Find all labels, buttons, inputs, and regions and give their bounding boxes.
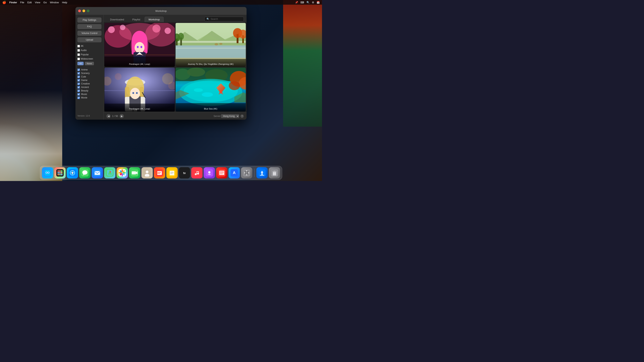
dock-contacts[interactable]: [142, 167, 153, 179]
svg-rect-160: [260, 175, 264, 176]
svg-rect-140: [198, 171, 199, 174]
checkbox-beauty[interactable]: [78, 90, 80, 92]
tab-playlist[interactable]: Playlist: [128, 17, 144, 22]
svg-point-6: [152, 24, 160, 33]
svg-point-71: [229, 81, 240, 90]
label-music: Music: [81, 93, 87, 96]
svg-point-154: [246, 170, 247, 172]
dock-news[interactable]: [216, 167, 228, 179]
prev-page-button[interactable]: ◀: [106, 114, 111, 118]
close-button[interactable]: [78, 9, 81, 12]
checkbox-audio[interactable]: [78, 49, 80, 52]
category-checkboxes: Anime Scenery Cute Game Creative: [78, 68, 102, 99]
checkbox-4k[interactable]: [78, 45, 80, 47]
dock-safari[interactable]: [67, 167, 78, 179]
checkbox-ancient[interactable]: [78, 86, 80, 89]
all-button[interactable]: All: [78, 62, 84, 65]
svg-point-68: [202, 92, 213, 97]
dock-facetime[interactable]: [129, 167, 140, 179]
titlebar: Workshop: [76, 7, 246, 15]
dock-finder[interactable]: [42, 167, 53, 179]
checkbox-anime[interactable]: [78, 69, 80, 71]
wallpaper-item-1[interactable]: Pendragon (4K, Loop): [104, 23, 175, 67]
help-button[interactable]: ?: [240, 114, 244, 118]
upload-button[interactable]: Upload: [78, 37, 102, 42]
checkbox-game[interactable]: [78, 79, 80, 82]
label-game: Game: [81, 79, 88, 82]
wallpaper-item-4[interactable]: Blue Sea (4K): [176, 68, 246, 112]
checkbox-popular[interactable]: [78, 53, 80, 56]
menubar-window[interactable]: Window: [50, 1, 59, 4]
menubar-help[interactable]: Help: [62, 1, 67, 4]
wallpaper-grid: Pendragon (4K, Loop): [104, 22, 246, 112]
menubar-edit[interactable]: Edit: [28, 1, 32, 4]
filter-scenery[interactable]: Scenery: [78, 72, 102, 75]
maximize-button[interactable]: [87, 9, 90, 12]
filter-creative[interactable]: Creative: [78, 82, 102, 85]
server-select[interactable]: Hong Kong US West Europe: [221, 114, 239, 118]
apple-menu[interactable]: 🍎: [2, 0, 6, 4]
bg-decoration-right: [283, 0, 322, 127]
dock-photos[interactable]: [117, 167, 128, 179]
minimize-button[interactable]: [82, 9, 85, 12]
checkbox-creative[interactable]: [78, 83, 80, 85]
tab-downloaded[interactable]: Downloaded: [106, 17, 128, 22]
dock-reminders[interactable]: [154, 167, 165, 179]
dock-downloads[interactable]: [256, 167, 268, 179]
dock-music[interactable]: [191, 167, 202, 179]
filter-beauty[interactable]: Beauty: [78, 89, 102, 92]
label-ancient: Ancient: [81, 86, 89, 89]
svg-rect-129: [170, 171, 174, 175]
svg-point-90: [61, 174, 62, 175]
dock-appstore[interactable]: A: [229, 167, 240, 179]
dock-tv[interactable]: tv: [179, 167, 190, 179]
filter-cute[interactable]: Cute: [78, 75, 102, 78]
checkbox-scenery[interactable]: [78, 72, 80, 75]
keyboard-icon: ⌨: [300, 1, 304, 4]
wallpaper-label-2: Journey To Shu, Qiu Ying&Wen Zhengming (…: [176, 59, 246, 67]
menubar-app-name[interactable]: Finder: [9, 1, 17, 4]
dock-mail[interactable]: [92, 167, 103, 179]
volume-control-button[interactable]: Volume Control: [78, 31, 102, 36]
wallpaper-item-2[interactable]: Journey To Shu, Qiu Ying&Wen Zhengming (…: [176, 23, 246, 67]
checkbox-widescreen[interactable]: [78, 58, 80, 60]
wallpaper-item-3[interactable]: Pendragon (4K, Loop): [104, 68, 175, 112]
checkbox-cute[interactable]: [78, 76, 80, 78]
dock-launchpad[interactable]: [54, 167, 66, 179]
svg-point-83: [59, 170, 61, 172]
dock-system-preferences[interactable]: [241, 167, 252, 179]
tab-workshop[interactable]: Workshop: [145, 17, 163, 22]
menubar-file[interactable]: File: [20, 1, 24, 4]
filter-anime[interactable]: Anime: [78, 68, 102, 71]
control-center-icon[interactable]: ⚙: [312, 1, 314, 4]
filter-movie[interactable]: Movie: [78, 96, 102, 99]
dock-maps[interactable]: [104, 167, 116, 179]
none-button[interactable]: None: [85, 62, 94, 65]
next-page-button[interactable]: ▶: [120, 114, 124, 118]
dock-trash[interactable]: [269, 167, 280, 179]
search-icon[interactable]: 🔍: [306, 1, 310, 4]
menubar-view[interactable]: View: [35, 1, 40, 4]
checkbox-movie[interactable]: [78, 97, 80, 99]
play-settings-button[interactable]: Play Settings: [78, 17, 102, 22]
svg-rect-139: [196, 171, 197, 175]
dock-messages[interactable]: [79, 167, 90, 179]
svg-point-87: [61, 172, 62, 174]
search-input[interactable]: [210, 18, 242, 20]
svg-point-40: [115, 73, 122, 80]
filter-music[interactable]: Music: [78, 93, 102, 96]
filter-audio: Audio: [78, 49, 102, 52]
svg-text:A: A: [233, 171, 236, 175]
dock-notes[interactable]: [166, 167, 178, 179]
checkbox-music[interactable]: [78, 93, 80, 96]
svg-point-153: [246, 172, 248, 174]
filter-ancient[interactable]: Ancient: [78, 86, 102, 89]
svg-point-126: [158, 172, 158, 173]
menubar-go[interactable]: Go: [43, 1, 47, 4]
dock-podcasts[interactable]: [204, 167, 215, 179]
faq-button[interactable]: FAQ: [78, 24, 102, 29]
menubar: 🍎 Finder File Edit View Go Window Help 📌…: [0, 0, 322, 5]
svg-point-52: [132, 92, 134, 94]
dock: tv A: [40, 166, 282, 180]
filter-game[interactable]: Game: [78, 79, 102, 82]
